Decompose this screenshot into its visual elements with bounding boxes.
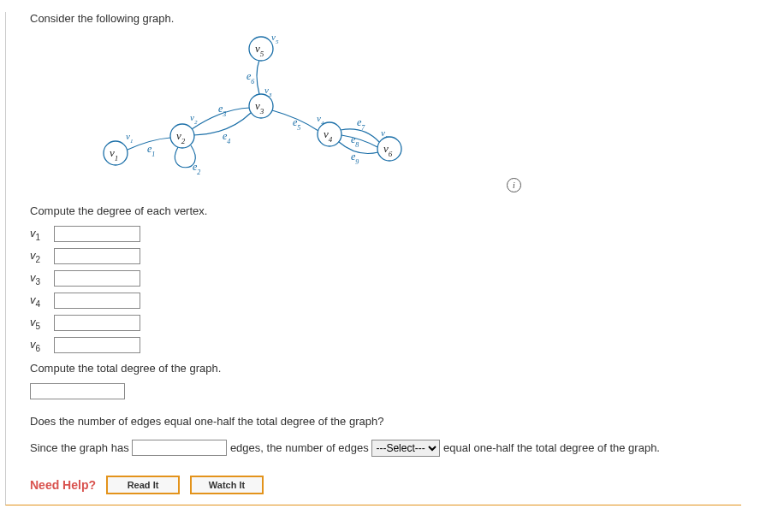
edge-e8	[341, 135, 377, 147]
edges-count-input[interactable]	[132, 440, 227, 456]
edge-label-e5: e5	[293, 116, 300, 132]
read-it-button[interactable]: Read It	[106, 476, 180, 494]
edge-e6	[257, 60, 259, 94]
degree-section-title: Compute the degree of each vertex.	[30, 204, 741, 217]
degree-input-v5[interactable]	[54, 315, 140, 331]
degree-row-v2: v2	[30, 248, 741, 264]
graph-svg: e1 v1 e2 e3 v2 e4 e6 v3 v5 e5 v4 e7	[81, 33, 441, 196]
edge-label-e1: e1	[147, 143, 155, 158]
degree-label-v6: v6	[30, 338, 54, 353]
need-help-label: Need Help?	[30, 478, 96, 492]
edges-question: Does the number of edges equal one-half …	[30, 411, 741, 433]
annot-v2: v2	[190, 112, 198, 126]
degree-input-v4[interactable]	[54, 293, 140, 309]
watch-it-button[interactable]: Watch It	[190, 476, 264, 494]
edge-label-e9: e9	[351, 151, 359, 166]
question-container: Consider the following graph. e1 v1 e2 e…	[5, 12, 741, 505]
total-degree-input[interactable]	[30, 383, 125, 399]
degree-label-v5: v5	[30, 316, 54, 331]
sentence-part2: edges, the number of edges	[230, 441, 372, 454]
degree-label-v1: v1	[30, 227, 54, 242]
need-help-bar: Need Help? Read It Watch It	[30, 476, 741, 494]
degree-input-v3[interactable]	[54, 270, 140, 287]
edge-label-e2: e2	[193, 161, 200, 176]
answer-sentence: Since the graph has edges, the number of…	[30, 438, 741, 459]
degree-row-v5: v5	[30, 315, 741, 331]
edge-label-e4: e4	[223, 130, 230, 145]
sentence-part1: Since the graph has	[30, 441, 132, 454]
degree-row-v6: v6	[30, 337, 741, 353]
degree-input-v6[interactable]	[54, 337, 140, 353]
annot-v1: v1	[126, 131, 133, 145]
equality-select[interactable]: ---Select---	[371, 440, 440, 457]
degree-input-v2[interactable]	[54, 248, 140, 264]
annot-v5: v5	[271, 32, 279, 45]
edge-label-e3: e3	[218, 103, 226, 118]
prompt-text: Consider the following graph.	[30, 12, 741, 25]
edge-label-e8: e8	[351, 133, 359, 149]
degree-label-v4: v4	[30, 293, 54, 309]
graph-figure: e1 v1 e2 e3 v2 e4 e6 v3 v5 e5 v4 e7	[81, 33, 526, 196]
degree-row-v3: v3	[30, 270, 741, 287]
degree-label-v3: v3	[30, 271, 54, 287]
total-degree-title: Compute the total degree of the graph.	[30, 362, 741, 375]
degree-row-v4: v4	[30, 293, 741, 309]
edge-label-e6: e6	[246, 70, 254, 86]
degree-input-v1[interactable]	[54, 226, 140, 242]
degree-label-v2: v2	[30, 249, 54, 264]
info-icon[interactable]: i	[507, 178, 521, 192]
degree-row-v1: v1	[30, 226, 741, 242]
edge-label-e7: e7	[357, 116, 365, 132]
sentence-part3: equal one-half the total degree of the g…	[443, 441, 660, 454]
